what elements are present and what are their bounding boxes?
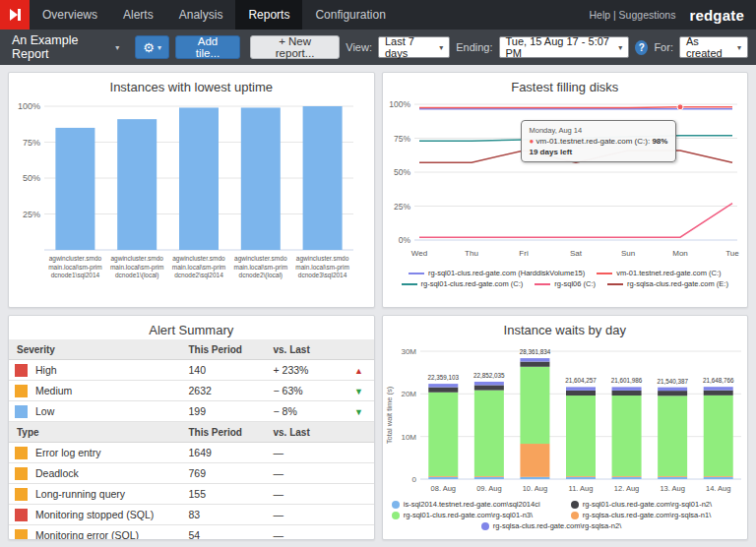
svg-text:0%: 0% (398, 235, 410, 245)
svg-text:main.local\sm-prim: main.local\sm-prim (48, 264, 102, 272)
svg-text:21,601,986: 21,601,986 (610, 377, 642, 384)
legend-label: rg-sql06 (C:) (554, 279, 596, 288)
svg-text:agwincluster.smdo: agwincluster.smdo (234, 255, 287, 263)
svg-text:28,361,834: 28,361,834 (519, 348, 550, 355)
legend-line-swatch (402, 283, 417, 285)
legend-line-swatch (409, 273, 424, 274)
ending-select[interactable]: Tue, 15 Aug 17 - 5:07 PM ▾ (499, 36, 630, 58)
view-select[interactable]: Last 7 days ▾ (378, 36, 450, 58)
tile-instance-waits: Instance waits by day 010M20M30MTotal wa… (382, 315, 749, 540)
legend-label: rg-sql01-clus.red-gate.com\rg-sql01-n3\ (404, 511, 533, 519)
report-grid: Instances with lowest uptime 25%50%75%10… (0, 65, 756, 547)
report-selector[interactable]: An Example Report ▾ (8, 33, 129, 61)
chevron-down-icon: ▾ (115, 43, 119, 52)
redgate-logo-icon[interactable] (0, 0, 30, 30)
svg-text:30M: 30M (401, 347, 416, 356)
tooltip-series-label: vm-01.testnet.red-gate.com (C:): (536, 137, 651, 146)
help-suggestions-link[interactable]: Help | Suggestions (589, 9, 675, 21)
svg-text:main.local\sm-prim: main.local\sm-prim (172, 264, 226, 272)
alert-row-low[interactable]: Low199− 8%▼ (9, 401, 374, 422)
chart-tooltip: Monday, Aug 14 ● vm-01.testnet.red-gate.… (521, 120, 677, 162)
svg-text:0: 0 (411, 475, 416, 484)
svg-text:Thu: Thu (465, 249, 478, 258)
app-root: Overviews Alerts Analysis Reports Config… (0, 0, 756, 547)
for-select[interactable]: As created ▾ (679, 36, 748, 58)
legend-item[interactable]: rg-sql01-clus.red-gate.com (C:) (402, 279, 524, 288)
report-settings-button[interactable]: ⚙ ▾ (135, 35, 169, 59)
legend-item[interactable]: rg-sql01-clus.red-gate.com\rg-sql01-n2\ (571, 500, 738, 509)
nav-reports[interactable]: Reports (235, 0, 302, 30)
nav-configuration[interactable]: Configuration (302, 0, 398, 30)
svg-text:10M: 10M (401, 433, 416, 442)
svg-text:Sat: Sat (569, 249, 582, 258)
legend-label: rg-sqlsa-clus.red-gate.com\rg-sqlsa-n2\ (493, 521, 621, 530)
svg-text:13. Aug: 13. Aug (660, 484, 684, 493)
trend-up-icon: ▲ (354, 366, 363, 376)
legend-label: rg-sqlsa-clus.red-gate.com\rg-sqlsa-n1\ (583, 511, 711, 519)
legend-label: rg-sqlsa-clus.red-gate.com (E:) (627, 279, 728, 288)
nav-alerts[interactable]: Alerts (110, 0, 166, 30)
alert-row-error-log-entry[interactable]: Error log entry1649— (9, 443, 374, 463)
legend-label: rg-sql01-clus.red-gate.com (HarddiskVolu… (428, 269, 585, 277)
legend-item[interactable]: rg-sql01-clus.red-gate.com (HarddiskVolu… (409, 269, 585, 277)
report-toolbar: An Example Report ▾ ⚙ ▾ Add tile... + Ne… (0, 30, 756, 65)
svg-text:20M: 20M (401, 390, 416, 398)
severity-swatch (15, 364, 28, 377)
svg-text:agwincluster.smdo: agwincluster.smdo (110, 255, 163, 263)
svg-text:Wed: Wed (410, 249, 426, 258)
svg-text:21,648,766: 21,648,766 (702, 377, 733, 384)
legend-dot-swatch (571, 501, 579, 509)
svg-text:50%: 50% (393, 167, 410, 177)
legend-item[interactable]: rg-sqlsa-clus.red-gate.com\rg-sqlsa-n1\ (571, 511, 738, 519)
legend-item[interactable]: rg-sqlsa-clus.red-gate.com\rg-sqlsa-n2\ (481, 521, 649, 530)
main-nav: Overviews Alerts Analysis Reports Config… (30, 0, 399, 30)
severity-swatch (15, 385, 28, 397)
alert-row-medium[interactable]: Medium2632− 63%▼ (9, 381, 374, 401)
add-tile-button[interactable]: Add tile... (175, 35, 240, 59)
svg-text:08. Aug: 08. Aug (430, 484, 455, 493)
alert-row-high[interactable]: High140+ 233%▲ (9, 360, 374, 381)
severity-swatch (15, 488, 28, 501)
toolbar-right: View: Last 7 days ▾ Ending: Tue, 15 Aug … (346, 36, 748, 58)
waits-stacked-bar-chart: 010M20M30MTotal wait time (s)22,359,1030… (383, 339, 748, 499)
legend-dot-swatch (392, 512, 400, 519)
for-label: For: (654, 41, 673, 53)
alert-row-monitoring-stopped-sql[interactable]: Monitoring stopped (SQL)83— (9, 505, 374, 525)
svg-text:75%: 75% (23, 138, 40, 148)
svg-text:Mon: Mon (672, 249, 688, 258)
svg-text:main.local\sm-prim: main.local\sm-prim (234, 264, 288, 272)
waits-legend: is-sql2014.testnet.red-gate.com\sql2014c… (383, 499, 748, 531)
legend-item[interactable]: rg-sql01-clus.red-gate.com\rg-sql01-n3\ (392, 511, 559, 519)
svg-text:dcnode2\(local): dcnode2\(local) (239, 272, 283, 279)
severity-swatch (15, 405, 28, 418)
svg-text:50%: 50% (23, 173, 40, 183)
tile-alert-summary: Alert Summary SeverityThis Periodvs. Las… (8, 315, 375, 540)
svg-text:10. Aug: 10. Aug (522, 484, 546, 493)
alert-row-long-running-query[interactable]: Long-running query155— (9, 484, 374, 505)
legend-label: rg-sql01-clus.red-gate.com\rg-sql01-n2\ (583, 500, 712, 509)
severity-swatch (15, 447, 28, 459)
svg-text:22,359,103: 22,359,103 (427, 374, 459, 381)
nav-overviews[interactable]: Overviews (30, 0, 110, 30)
help-icon[interactable]: ? (635, 40, 648, 55)
alert-row-monitoring-error-sql[interactable]: Monitoring error (SQL)54— (9, 525, 374, 540)
legend-item[interactable]: vm-01.testnet.red-gate.com (C:) (597, 269, 721, 277)
redgate-wordmark: redgate (689, 7, 744, 24)
new-report-button[interactable]: + New report... (250, 35, 340, 59)
tile-lowest-uptime: Instances with lowest uptime 25%50%75%10… (8, 72, 375, 308)
alert-row-deadlock[interactable]: Deadlock769— (9, 463, 374, 484)
report-selector-label: An Example Report (12, 33, 108, 61)
nav-analysis[interactable]: Analysis (166, 0, 236, 30)
chevron-down-icon: ▾ (737, 43, 741, 52)
tooltip-series-line: ● vm-01.testnet.red-gate.com (C:): 98% (530, 137, 668, 146)
gear-icon: ⚙ (143, 41, 155, 54)
legend-item[interactable]: rg-sql06 (C:) (535, 279, 596, 288)
svg-text:agwincluster.smdo: agwincluster.smdo (49, 255, 102, 263)
severity-swatch (15, 467, 28, 480)
view-label: View: (346, 41, 372, 53)
legend-item[interactable]: is-sql2014.testnet.red-gate.com\sql2014c… (392, 500, 559, 509)
legend-dot-swatch (392, 501, 400, 509)
for-select-value: As created (686, 35, 729, 59)
disks-line-chart: Monday, Aug 14 ● vm-01.testnet.red-gate.… (383, 96, 748, 268)
legend-item[interactable]: rg-sqlsa-clus.red-gate.com (E:) (607, 279, 728, 288)
